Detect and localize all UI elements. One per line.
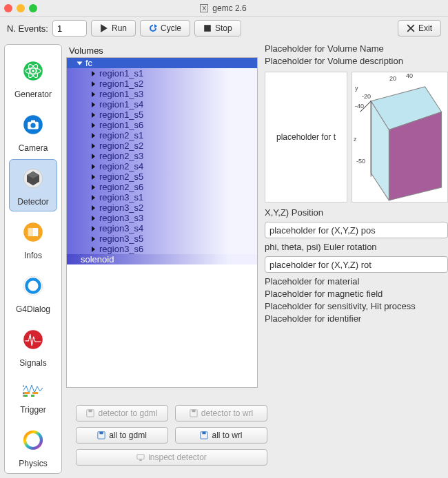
sidebar-item-detector[interactable]: Detector: [9, 159, 57, 211]
sidebar-item-generator[interactable]: Generator: [9, 52, 57, 104]
tree-item-label: region1_s6: [99, 120, 143, 130]
exit-button[interactable]: Exit: [398, 20, 441, 37]
run-button[interactable]: Run: [91, 20, 136, 37]
svg-rect-38: [192, 410, 195, 412]
svg-rect-17: [28, 228, 33, 236]
tree-item-region[interactable]: region2_s3: [67, 151, 257, 161]
tree-item-region[interactable]: region2_s6: [67, 182, 257, 192]
play-icon: [100, 24, 108, 32]
preview-text-panel-label: placeholder for t: [276, 132, 336, 142]
svg-rect-44: [139, 459, 141, 461]
volumes-tree[interactable]: fcregion1_s1region1_s2region1_s3region1_…: [66, 57, 258, 388]
tree-item-region[interactable]: region2_s1: [67, 130, 257, 141]
window-controls: [4, 4, 37, 12]
window-zoom-button[interactable]: [29, 4, 37, 12]
sidebar-item-physics[interactable]: Physics: [9, 421, 57, 473]
sidebar-item-label: Signals: [19, 358, 46, 368]
axis-z-label: z: [354, 136, 357, 143]
tree-item-label: region2_s5: [99, 172, 143, 182]
cube-3d-icon: [352, 72, 447, 202]
svg-rect-24: [24, 395, 28, 397]
all-to-wrl-label: all to wrl: [212, 430, 242, 440]
window-title-text: gemc 2.6: [212, 3, 246, 13]
app-window: X gemc 2.6 N. Events: Run Cycle Stop Exi…: [0, 0, 448, 478]
save-icon: [200, 431, 208, 439]
axis-tick-m50: -50: [356, 158, 365, 165]
all-to-gdml-button[interactable]: all to gdml: [76, 427, 168, 444]
nevents-label: N. Events:: [7, 23, 48, 34]
cycle-button[interactable]: Cycle: [140, 20, 190, 37]
disclosure-icon: [92, 164, 95, 169]
tree-item-region[interactable]: region2_s2: [67, 141, 257, 151]
stop-button-label: Stop: [215, 23, 232, 33]
signals-icon: [16, 322, 50, 357]
tree-item-region[interactable]: region1_s2: [67, 79, 257, 89]
save-icon: [86, 409, 94, 417]
tree-item-region[interactable]: region3_s2: [67, 202, 257, 213]
detail-panel: Placeholder for Volume Name Placeholder …: [262, 40, 448, 478]
tree-item-label: region2_s6: [99, 182, 143, 192]
position-label: X,Y,Z) Position: [265, 207, 448, 219]
tree-item-region[interactable]: region1_s1: [67, 68, 257, 79]
svg-rect-25: [31, 395, 34, 397]
tree-item-region[interactable]: region3_s1: [67, 192, 257, 202]
preview-text-panel: placeholder for t: [265, 72, 347, 202]
tree-item-fc[interactable]: fc: [67, 58, 257, 68]
window-title: X gemc 2.6: [37, 3, 409, 13]
sidebar-item-signals[interactable]: Signals: [9, 320, 57, 373]
tree-item-label: region3_s3: [99, 213, 143, 223]
svg-rect-40: [100, 432, 103, 434]
sidebar-item-camera[interactable]: Camera: [9, 105, 57, 158]
detector-to-gdml-button[interactable]: detector to gdml: [76, 405, 168, 422]
stop-button[interactable]: Stop: [194, 20, 241, 37]
tree-item-label: region1_s4: [99, 99, 143, 110]
tree-item-region[interactable]: region3_s5: [67, 233, 257, 244]
sensitivity-text: Placeholder for sensitivity, Hit process: [265, 300, 448, 313]
cycle-button-label: Cycle: [161, 23, 181, 33]
disclosure-icon: [92, 102, 95, 107]
svg-rect-2: [204, 25, 211, 32]
tree-item-region[interactable]: region1_s5: [67, 110, 257, 120]
detector-to-wrl-button[interactable]: detector to wrl: [175, 405, 267, 422]
sidebar-item-label: G4Dialog: [16, 304, 50, 314]
window-minimize-button[interactable]: [17, 4, 25, 12]
tree-item-region[interactable]: region2_s5: [67, 172, 257, 182]
disclosure-icon: [92, 247, 95, 252]
sidebar-item-trigger[interactable]: ABUTrigger: [9, 374, 57, 419]
detector-to-gdml-label: detector to gdml: [98, 408, 157, 418]
window-close-button[interactable]: [4, 4, 12, 12]
tree-item-region[interactable]: region3_s6: [67, 244, 257, 254]
generator-icon: [16, 54, 50, 88]
disclosure-icon: [92, 81, 95, 87]
identifier-text: Placeholder for identifier: [265, 313, 448, 325]
tree-item-label: region3_s6: [99, 244, 143, 254]
tree-item-label: region1_s1: [99, 68, 143, 79]
svg-point-7: [32, 70, 34, 72]
disclosure-icon: [92, 154, 95, 159]
sidebar-item-g4dialog[interactable]: G4Dialog: [9, 267, 57, 319]
disclosure-icon: [92, 195, 95, 200]
magfield-text: Placeholder for magnetic field: [265, 288, 448, 300]
tree-item-label: region2_s3: [99, 151, 143, 161]
all-to-wrl-button[interactable]: all to wrl: [175, 427, 267, 444]
rotation-field[interactable]: placeholder for (X,Y,Z) rot: [265, 256, 448, 273]
tree-item-region[interactable]: region2_s4: [67, 161, 257, 172]
tree-item-region[interactable]: region1_s6: [67, 120, 257, 130]
position-field[interactable]: placeholder for (X,Y,Z) pos: [265, 222, 448, 238]
inspect-detector-button[interactable]: inspect detector: [76, 449, 267, 466]
tree-item-region[interactable]: region1_s4: [67, 99, 257, 110]
tree-item-label: solenoid: [81, 254, 114, 264]
close-icon: [407, 24, 415, 32]
infos-icon: [16, 215, 50, 249]
toolbar: N. Events: Run Cycle Stop Exit: [0, 17, 448, 40]
sidebar: GeneratorCameraDetectorInfosG4DialogSign…: [4, 44, 62, 474]
tree-item-region[interactable]: region3_s3: [67, 213, 257, 223]
nevents-input[interactable]: [52, 20, 87, 37]
sidebar-item-infos[interactable]: Infos: [9, 213, 57, 265]
material-text: Placeholder for material: [265, 276, 448, 288]
disclosure-icon: [92, 133, 95, 138]
g4dialog-icon: [16, 269, 50, 303]
tree-item-region[interactable]: region1_s3: [67, 89, 257, 99]
tree-item-solenoid[interactable]: solenoid: [67, 254, 257, 264]
tree-item-region[interactable]: region3_s4: [67, 223, 257, 233]
